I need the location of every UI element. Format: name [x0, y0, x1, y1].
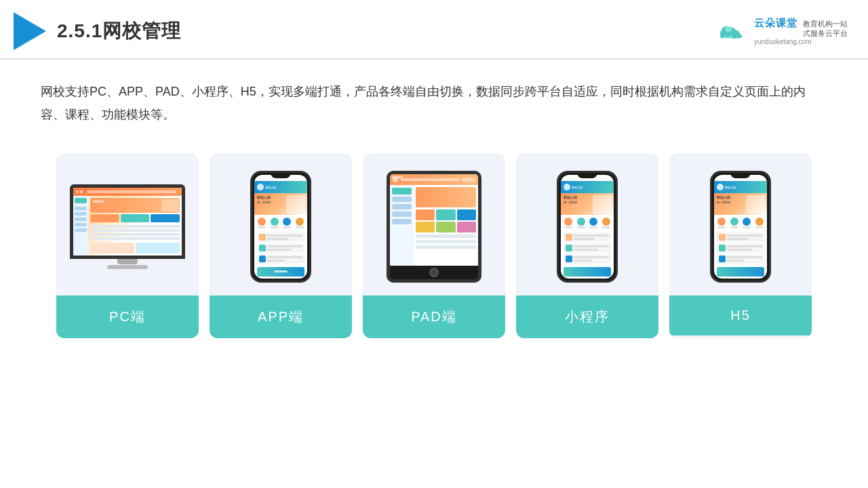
phone-thumb	[259, 245, 266, 251]
phone-icon-label	[717, 226, 726, 228]
phone-icon-label	[296, 226, 304, 228]
pc-sidebar-item	[75, 207, 87, 210]
cards-container: 网校管理	[0, 133, 868, 359]
phone-banner-text-h5: 职达人的 第一堂网课	[717, 195, 730, 205]
pc-banner: 网校管理	[90, 198, 180, 213]
tablet-sidebar-item	[392, 219, 412, 224]
card-pc-image: 网校管理	[56, 153, 199, 296]
pc-sidebar-item	[75, 228, 87, 232]
pc-content-area: 网校管理	[88, 196, 182, 256]
card-app-label: APP端	[210, 296, 352, 338]
phone-icon-circle	[271, 218, 279, 226]
cloud-icon: 云朵	[716, 20, 746, 42]
phone-thumb	[259, 234, 266, 241]
pc-icon-grid	[90, 214, 180, 222]
phone-lines	[727, 245, 762, 251]
phone-line	[727, 249, 751, 251]
phone-lines	[267, 245, 302, 251]
svg-text:云朵: 云朵	[724, 35, 733, 40]
phone-icon-item	[258, 218, 266, 228]
tablet-header	[390, 174, 478, 185]
pc-banner-text: 网校管理	[93, 200, 104, 203]
phone-line	[574, 260, 591, 262]
phone-icon-item	[743, 218, 751, 228]
phone-banner-h5: 职达人的 第一堂网课	[714, 193, 767, 215]
card-miniprogram: 职达人的 职达人的 第一堂网课	[516, 153, 658, 338]
phone-icons-row-mini	[561, 215, 614, 231]
tablet-grid-item	[416, 209, 435, 220]
tablet-row	[416, 240, 476, 243]
card-h5: 职达人的 职达人的 第一堂网课	[669, 153, 812, 338]
phone-title-app: 职达人的	[265, 186, 276, 189]
pc-screen-body: 网校管理	[73, 196, 182, 256]
pc-row	[90, 237, 180, 240]
phone-list-item	[564, 243, 611, 253]
phone-line	[727, 260, 745, 262]
phone-icon-circle	[564, 218, 572, 226]
phone-list-item	[257, 232, 304, 242]
phone-line	[574, 256, 609, 258]
card-pc-label: PC端	[56, 296, 199, 338]
phone-icon-label	[258, 226, 266, 228]
phone-line	[267, 245, 302, 247]
phone-thumb	[719, 256, 726, 262]
pc-sidebar	[73, 196, 88, 256]
pc-stand	[117, 259, 138, 264]
phone-body-app: 职达人的 职达人的 第一堂网课	[250, 171, 311, 283]
phone-line	[267, 260, 285, 262]
phone-line	[574, 245, 609, 247]
logo-triangle-icon	[14, 12, 46, 50]
card-pad: 课程管理	[363, 153, 505, 338]
phone-icon-circle	[730, 218, 738, 226]
device-tablet-mock: 课程管理	[387, 171, 481, 283]
phone-screen-h5: 职达人的 职达人的 第一堂网课	[714, 175, 767, 279]
phone-icon-circle	[296, 218, 304, 226]
card-app: 职达人的 职达人的 第一堂网课	[210, 153, 352, 338]
phone-banner-text-mini: 职达人的 第一堂网课	[564, 195, 577, 205]
pc-row-list	[90, 225, 180, 240]
phone-lines	[574, 245, 609, 251]
card-miniprogram-label: 小程序	[516, 296, 658, 338]
phone-icon-label	[602, 226, 610, 228]
pc-row	[90, 233, 180, 236]
phone-avatar-h5	[717, 184, 724, 190]
phone-list-item	[564, 232, 611, 242]
phone-icons-row-h5	[714, 215, 767, 231]
brand-logo: 云朵	[716, 20, 746, 42]
phone-thumb	[719, 234, 726, 241]
phone-line	[267, 235, 302, 237]
phone-lines	[267, 235, 302, 240]
phone-avatar-mini	[564, 184, 570, 190]
header-right: 云朵 云朵课堂 教育机构一站 式服务云平台 yunduoketang.com	[716, 17, 848, 46]
phone-lines	[727, 256, 762, 262]
tablet-grid-item	[457, 209, 476, 220]
phone-thumb	[566, 245, 572, 251]
brand-url: yunduoketang.com	[754, 38, 812, 45]
phone-line	[727, 245, 762, 247]
phone-list-item	[257, 243, 304, 253]
phone-screen-top-app: 职达人的	[254, 181, 307, 193]
phone-screen-mini: 职达人的 职达人的 第一堂网课	[561, 175, 614, 279]
phone-icon-item	[755, 218, 764, 228]
brand-name: 云朵课堂	[754, 17, 797, 30]
tablet-sidebar	[390, 185, 414, 266]
card-pad-label: PAD端	[363, 296, 505, 338]
card-h5-label: H5	[669, 296, 812, 336]
tablet-screen-body: 课程管理	[390, 185, 478, 266]
card-app-image: 职达人的 职达人的 第一堂网课	[210, 153, 352, 296]
phone-notch-h5	[730, 173, 751, 178]
phone-icon-item	[589, 218, 597, 228]
phone-lines	[727, 235, 762, 240]
phone-banner-mini: 职达人的 第一堂网课	[561, 193, 614, 215]
pc-row	[90, 225, 180, 228]
phone-line	[727, 238, 748, 240]
device-pc-mock: 网校管理	[70, 184, 185, 269]
card-h5-image: 职达人的 职达人的 第一堂网课	[669, 153, 812, 296]
tablet-grid	[416, 209, 476, 232]
pc-base	[107, 265, 148, 269]
tablet-sidebar-item	[392, 211, 412, 217]
phone-icon-label	[755, 226, 764, 228]
phone-title-h5: 职达人的	[725, 186, 736, 189]
tablet-grid-item	[457, 222, 476, 232]
phone-icon-label	[743, 226, 751, 228]
